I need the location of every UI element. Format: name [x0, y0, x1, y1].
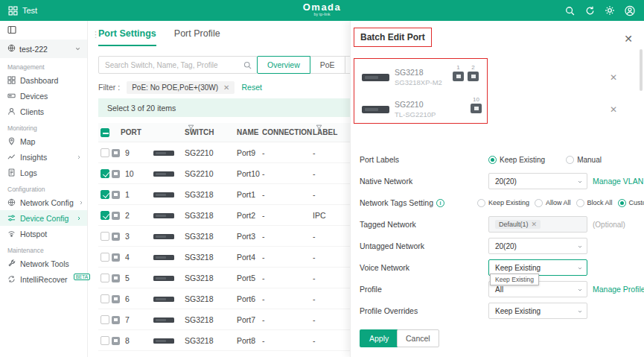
remove-device-icon[interactable]: ✕ [610, 72, 617, 83]
row-checkbox[interactable] [101, 169, 109, 178]
radio-keep-existing[interactable]: Keep Existing [488, 156, 545, 164]
site-menu[interactable]: Test [7, 0, 37, 21]
row-checkbox[interactable] [101, 148, 109, 157]
chip-close-icon[interactable]: ✕ [532, 221, 538, 228]
field-label: Profile Overrides [360, 306, 418, 315]
main-tabs: Port Settings Port Profile [98, 28, 220, 46]
topbar-actions [564, 0, 635, 21]
filter-chip[interactable]: PoE: No POE,PoE+(30W) ✕ [127, 81, 235, 94]
sidebar-item-insights[interactable]: Insights [0, 149, 87, 165]
insights-icon [7, 153, 16, 161]
device-row-sg2210: SG2210 TL-SG2210P 10 ✕ [351, 95, 644, 126]
port-badge[interactable]: 2 [467, 64, 479, 81]
radio-allow-all[interactable]: Allow All [535, 199, 571, 207]
row-checkbox[interactable] [101, 211, 109, 220]
switch-name: SG3218 [185, 288, 214, 309]
sidebar-item-devices[interactable]: Devices [0, 88, 87, 104]
column-port: PORT [121, 123, 141, 142]
switch-name: SG2210 [185, 163, 214, 184]
recover-arrows-icon [7, 275, 16, 283]
tab-port-settings[interactable]: Port Settings [98, 28, 156, 46]
connection-value: - [262, 205, 265, 226]
refresh-icon[interactable] [584, 5, 595, 16]
sidebar-item-label: Devices [20, 92, 48, 101]
row-checkbox[interactable] [101, 232, 109, 241]
filter-funnel-icon[interactable] [316, 124, 322, 131]
label-value: IPC [313, 205, 326, 226]
selection-banner-text: Select 3 of 20 items [107, 104, 176, 113]
port-name: Port6 [237, 288, 255, 309]
site-selector[interactable]: test-222 [0, 40, 87, 58]
sidebar-item-intellirecover[interactable]: IntelliRecover BETA [0, 271, 87, 287]
sidebar-item-clients[interactable]: Clients [0, 104, 87, 119]
port-name: Port7 [237, 309, 255, 330]
row-checkbox[interactable] [101, 274, 109, 282]
view-overview-button[interactable]: Overview [257, 56, 310, 74]
manage-vlan-link[interactable]: Manage VLAN [593, 177, 643, 186]
port-icon [112, 233, 120, 241]
row-checkbox[interactable] [101, 294, 109, 303]
untagged-network-dropdown[interactable]: 20(20) [488, 238, 587, 254]
connection-value: - [262, 268, 265, 288]
sidebar-item-hotspot[interactable]: Hotspot [0, 226, 87, 241]
chevron-down-icon [577, 287, 583, 293]
tagged-network-field[interactable]: Default(1) ✕ [488, 216, 587, 233]
field-port-labels: Port Labels Keep Existing Manual [360, 151, 635, 168]
radio-custom[interactable]: Custom [618, 199, 644, 207]
sidebar-item-map[interactable]: Map [0, 133, 87, 149]
radio-block-all[interactable]: Block All [576, 199, 613, 207]
search-input[interactable] [99, 61, 243, 69]
switch-thumbnail [153, 276, 174, 281]
sidebar-item-label: Network Config [20, 198, 74, 207]
port-badge[interactable]: 10 [470, 96, 482, 113]
radio-keep-existing[interactable]: Keep Existing [477, 199, 529, 207]
settings-gear-icon[interactable] [605, 5, 615, 16]
switch-thumbnail [153, 338, 174, 344]
tools-wrench-icon [7, 259, 16, 268]
cancel-button[interactable]: Cancel [397, 329, 439, 347]
map-pin-icon [7, 137, 16, 145]
sidebar-item-dashboard[interactable]: Dashboard [0, 72, 87, 88]
row-checkbox[interactable] [101, 190, 109, 199]
chip-close-icon[interactable]: ✕ [223, 83, 229, 92]
chevron-down-icon [577, 309, 583, 315]
sidebar-item-network-tools[interactable]: Network Tools [0, 256, 87, 271]
sidebar-item-device-config[interactable]: Device Config [0, 210, 87, 226]
filter-funnel-icon[interactable] [188, 124, 194, 131]
tab-port-profile[interactable]: Port Profile [174, 28, 220, 46]
manage-profiles-link[interactable]: Manage Profiles [593, 285, 644, 294]
port-number: 1 [125, 184, 130, 205]
port-badge[interactable]: 1 [452, 64, 465, 81]
row-checkbox[interactable] [101, 336, 109, 345]
radio-manual[interactable]: Manual [566, 156, 602, 164]
clients-icon [7, 107, 16, 116]
apply-button[interactable]: Apply [360, 329, 398, 347]
label-value: - [313, 226, 316, 247]
remove-device-icon[interactable]: ✕ [610, 104, 617, 115]
close-icon[interactable]: ✕ [624, 34, 633, 44]
native-network-dropdown[interactable]: 20(20) [488, 173, 587, 189]
port-badge-group: 1 2 [452, 64, 479, 81]
row-checkbox[interactable] [101, 315, 109, 324]
drawer-title: Batch Edit Port [354, 28, 432, 47]
port-name: Port1 [237, 184, 255, 205]
field-tagged-network: Tagged Network Default(1) ✕ (Optional) [360, 216, 635, 233]
info-icon[interactable]: i [436, 199, 444, 207]
view-poe-button[interactable]: PoE [310, 56, 345, 74]
port-name: Port10 [237, 163, 260, 184]
switch-name: SG3218 [185, 184, 214, 205]
reset-link[interactable]: Reset [241, 83, 261, 92]
field-label: Untagged Network [360, 241, 424, 250]
search-icon[interactable] [243, 61, 252, 69]
chevron-down-icon [577, 244, 583, 250]
select-all-checkbox[interactable] [101, 128, 109, 137]
search-icon[interactable] [564, 5, 575, 16]
optional-hint: (Optional) [593, 221, 625, 229]
user-avatar-icon[interactable] [625, 5, 635, 16]
row-checkbox[interactable] [101, 253, 109, 262]
sidebar-collapse-icon[interactable] [7, 25, 16, 36]
sidebar-item-logs[interactable]: Logs [0, 165, 87, 180]
brand-logo: Omada by tp-link [303, 2, 342, 17]
profile-overrides-dropdown[interactable]: Keep Existing [488, 303, 587, 319]
sidebar-item-network-config[interactable]: Network Config [0, 195, 87, 210]
